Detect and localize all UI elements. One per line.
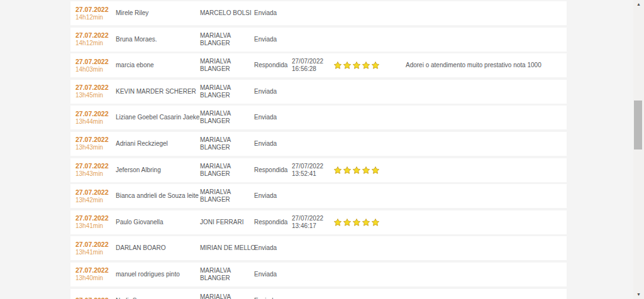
response-time: 13:52:41	[292, 170, 333, 178]
sent-date: 27.07.2022	[75, 241, 116, 249]
sent-time: 13h42min	[75, 197, 116, 204]
customer-name: Nadir Soares	[116, 297, 200, 299]
status-label: Respondida	[254, 62, 292, 69]
table-row[interactable]: 27.07.2022 13h43min Jeferson Albring MAR…	[70, 158, 567, 182]
customer-name: DARLAN BOARO	[116, 244, 200, 252]
status-label: Enviada	[254, 114, 292, 121]
sent-date: 27.07.2022	[75, 31, 116, 40]
star-icon	[352, 166, 361, 175]
sent-date: 27.07.2022	[75, 266, 116, 275]
agent-name: MARIALVA BLANGER	[200, 163, 254, 178]
status-label: Enviada	[254, 244, 292, 252]
sent-date: 27.07.2022	[75, 58, 116, 66]
sent-date: 27.07.2022	[75, 162, 116, 170]
sent-datetime-cell: 27.07.2022 14h12min	[75, 6, 116, 21]
sent-time: 14h12min	[75, 40, 116, 47]
customer-name: Paulo Giovanella	[116, 219, 200, 226]
table-row[interactable]: 27.07.2022 14h12min Bruna Moraes. MARIAL…	[70, 28, 567, 52]
star-icon	[362, 218, 370, 227]
sent-time: 13h43min	[75, 170, 116, 178]
response-time: 16:56:28	[292, 65, 333, 73]
star-icon	[343, 218, 352, 227]
response-datetime-cell: 27/07/2022 13:46:17	[292, 215, 333, 230]
sent-datetime-cell: 27.07.2022 13h42min	[75, 188, 116, 204]
status-label: Enviada	[254, 9, 292, 17]
customer-name: manuel rodrigues pinto	[116, 271, 200, 278]
star-icon	[371, 61, 380, 70]
scroll-down-arrow-icon[interactable]: ▼	[633, 290, 644, 299]
sent-time: 13h41min	[75, 222, 116, 230]
rating-stars	[333, 166, 392, 175]
agent-name: JONI FERRARI	[200, 219, 254, 226]
survey-list: 27.07.2022 14h12min Mirele Riley MARCELO…	[70, 1, 567, 299]
status-label: Enviada	[254, 271, 292, 278]
scroll-up-arrow-icon[interactable]: ▲	[633, 0, 644, 9]
response-datetime-cell: 27/07/2022 13:52:41	[292, 163, 333, 178]
agent-name: MARIALVA BLANGER	[200, 267, 254, 282]
sent-datetime-cell: 27.07.2022 13h43min	[75, 162, 116, 178]
customer-name: Bruna Moraes.	[116, 36, 200, 43]
status-label: Enviada	[254, 297, 292, 299]
table-row[interactable]: 27.07.2022 13h44min Liziane Goebel Casar…	[70, 106, 567, 129]
star-icon	[343, 61, 352, 70]
agent-name: MARIALVA BLANGER	[200, 136, 254, 151]
sent-time: 13h40min	[75, 275, 116, 282]
sent-datetime-cell: 27.07.2022 14h03min	[75, 58, 116, 73]
response-time: 13:46:17	[292, 222, 333, 230]
response-datetime-cell: 27/07/2022 16:56:28	[292, 58, 333, 73]
table-row[interactable]: 27.07.2022 13h40min manuel rodrigues pin…	[70, 263, 567, 286]
sent-datetime-cell: 27.07.2022 13h44min	[75, 110, 116, 126]
agent-name: MARIALVA BLANGER	[200, 32, 254, 47]
star-icon	[352, 218, 361, 227]
sent-datetime-cell: 27.07.2022 13h41min	[75, 214, 116, 230]
table-row[interactable]: 27.07.2022 13h41min DARLAN BOARO MIRIAN …	[70, 236, 567, 260]
star-icon	[362, 166, 370, 175]
sent-datetime-cell: 27.07.2022 13h45min	[75, 84, 116, 99]
sent-datetime-cell: 27.07.2022 14h12min	[75, 31, 116, 47]
response-date: 27/07/2022	[292, 58, 333, 65]
comment-text: Adorei o atendimento muito prestativo no…	[392, 62, 567, 69]
scrollbar-thumb[interactable]	[634, 101, 642, 150]
sent-date: 27.07.2022	[75, 136, 116, 144]
agent-name: MARIALVA BLANGER	[200, 58, 254, 73]
customer-name: Adriani Reckziegel	[116, 140, 200, 148]
sent-datetime-cell: 27.07.2022 13h40min	[75, 266, 116, 282]
response-date: 27/07/2022	[292, 215, 333, 222]
star-icon	[333, 61, 342, 70]
sent-date: 27.07.2022	[75, 188, 116, 197]
customer-name: Liziane Goebel Casarin Jaekel	[116, 114, 200, 121]
table-row[interactable]: 27.07.2022 Nadir Soares MARIALVA BLANGER…	[70, 289, 567, 299]
vertical-scrollbar[interactable]: ▲ ▼	[633, 0, 644, 299]
sent-date: 27.07.2022	[75, 84, 116, 92]
star-icon	[343, 166, 352, 175]
sent-date: 27.07.2022	[75, 110, 116, 118]
sent-time: 14h03min	[75, 66, 116, 73]
star-icon	[362, 61, 370, 70]
agent-name: MIRIAN DE MELLO	[200, 244, 254, 252]
status-label: Enviada	[254, 88, 292, 95]
table-row[interactable]: 27.07.2022 13h43min Adriani Reckziegel M…	[70, 132, 567, 156]
star-icon	[371, 218, 380, 227]
table-row[interactable]: 27.07.2022 13h42min Bianca andrieli de S…	[70, 184, 567, 208]
customer-name: Jeferson Albring	[116, 166, 200, 174]
table-row[interactable]: 27.07.2022 13h45min KEVIN MARDER SCHERER…	[70, 80, 567, 104]
table-row[interactable]: 27.07.2022 14h12min Mirele Riley MARCELO…	[70, 1, 567, 25]
sent-time: 13h45min	[75, 92, 116, 99]
sent-time: 14h12min	[75, 14, 116, 21]
sent-date: 27.07.2022	[75, 6, 116, 14]
status-label: Respondida	[254, 166, 292, 174]
status-label: Enviada	[254, 192, 292, 200]
customer-name: Mirele Riley	[116, 9, 200, 17]
sent-time: 13h41min	[75, 249, 116, 256]
sent-datetime-cell: 27.07.2022 13h41min	[75, 241, 116, 256]
agent-name: MARCELO BOLSI	[200, 9, 254, 17]
customer-name: Bianca andrieli de Souza leite	[116, 192, 200, 200]
customer-name: marcia ebone	[116, 62, 200, 69]
agent-name: MARIALVA BLANGER	[200, 110, 254, 125]
table-row[interactable]: 27.07.2022 14h03min marcia ebone MARIALV…	[70, 53, 567, 77]
sent-date: 27.07.2022	[75, 296, 116, 299]
response-date: 27/07/2022	[292, 163, 333, 170]
customer-name: KEVIN MARDER SCHERER	[116, 88, 200, 95]
table-row[interactable]: 27.07.2022 13h41min Paulo Giovanella JON…	[70, 210, 567, 234]
status-label: Respondida	[254, 219, 292, 226]
